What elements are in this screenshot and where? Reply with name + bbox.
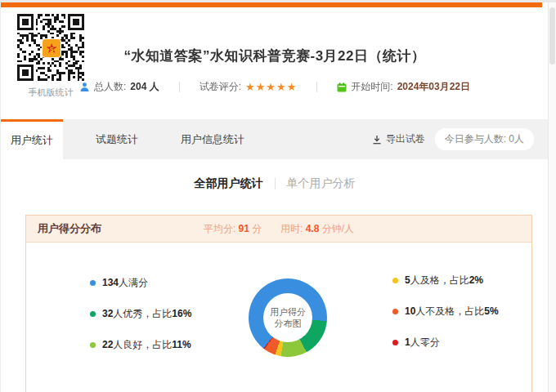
stat-total-value: 204 人: [130, 80, 159, 94]
star-rating: ★★★★★: [245, 81, 297, 93]
main-tab-bar: 用户统计 试题统计 用户信息统计 导出试卷 今日参与人数: 0人: [1, 119, 549, 159]
stat-start-label: 开始时间:: [351, 80, 392, 94]
donut-center-label: 用户得分 分布图: [263, 293, 312, 342]
avg-score-label: 平均分:: [204, 223, 235, 234]
page-header: ★ S 手机版统计 “水知道答案”水知识科普竞赛-3月22日（统计） 总人数: …: [1, 7, 549, 119]
today-participants-badge: 今日参与人数: 0人: [435, 128, 534, 150]
legend-dot: [90, 311, 96, 317]
stat-rating: 试卷评分: ★★★★★: [200, 80, 298, 94]
legend-dot: [392, 309, 398, 314]
tab-user-stats[interactable]: 用户统计: [1, 119, 63, 159]
page-title: “水知道答案”水知识科普竞赛-3月22日（统计）: [1, 47, 549, 65]
panel-metrics: 平均分: 91 分 用时: 4.8 分钟/人: [26, 222, 531, 236]
tab-question-stats[interactable]: 试题统计: [74, 119, 159, 159]
download-icon: [372, 135, 382, 145]
chart-legend-right: 5人及格，占比2% 10人不及格，占比5% 1人零分: [392, 274, 499, 368]
time-used-label: 用时:: [280, 223, 303, 234]
subtab-single-user[interactable]: 单个用户分析: [276, 173, 367, 194]
legend-dot: [392, 278, 398, 283]
stat-rating-label: 试卷评分:: [200, 80, 241, 94]
person-icon: [79, 82, 90, 92]
time-used-value: 4.8: [306, 223, 320, 234]
export-paper-label: 导出试卷: [386, 132, 425, 146]
donut-chart: 用户得分 分布图: [249, 278, 327, 357]
stat-total-label: 总人数:: [94, 80, 126, 94]
tabbar-toolbar: 导出试卷 今日参与人数: 0人: [372, 119, 534, 159]
panel-body: 134人满分 32人优秀，占比16% 22人良好，占比11% 用户得分 分布图: [26, 243, 531, 392]
legend-item: 5人及格，占比2%: [392, 274, 499, 286]
chart-legend-left: 134人满分 32人优秀，占比16% 22人良好，占比11%: [90, 277, 191, 370]
tab-userinfo-stats[interactable]: 用户信息统计: [159, 119, 266, 159]
header-stats-row: 总人数: 204 人 试卷评分: ★★★★★ 开始时间: 2024年03月22日: [1, 80, 549, 94]
legend-item: 32人优秀，占比16%: [90, 308, 191, 319]
stat-total: 总人数: 204 人: [79, 80, 159, 94]
legend-item: 134人满分: [90, 277, 191, 288]
statistics-page: ★ S 手机版统计 “水知道答案”水知识科普竞赛-3月22日（统计） 总人数: …: [0, 0, 556, 392]
score-distribution-panel: 用户得分分布 平均分: 91 分 用时: 4.8 分钟/人 134人满分 32人…: [25, 215, 532, 392]
avg-score-value: 91: [239, 223, 249, 234]
stat-start-value: 2024年03月22日: [397, 80, 470, 94]
legend-item: 10人不及格，占比5%: [392, 305, 499, 317]
legend-dot: [90, 280, 96, 286]
time-used-unit: 分钟/人: [322, 223, 354, 234]
legend-item: 22人良好，占比11%: [90, 339, 191, 350]
divider: [179, 82, 180, 92]
sub-tab-bar: 全部用户统计 单个用户分析: [1, 173, 549, 194]
panel-header: 用户得分分布 平均分: 91 分 用时: 4.8 分钟/人: [26, 216, 531, 243]
legend-dot: [392, 340, 398, 345]
avg-score-unit: 分: [252, 223, 262, 234]
subtab-all-users[interactable]: 全部用户统计: [183, 173, 275, 194]
calendar-icon: [337, 82, 347, 92]
scrollbar-thumb[interactable]: [549, 7, 555, 65]
stat-start-time: 开始时间: 2024年03月22日: [337, 80, 470, 94]
legend-item: 1人零分: [392, 336, 499, 348]
export-paper-button[interactable]: 导出试卷: [372, 132, 425, 146]
page-scrollbar[interactable]: [548, 2, 556, 392]
divider: [316, 82, 317, 92]
legend-dot: [90, 342, 96, 348]
